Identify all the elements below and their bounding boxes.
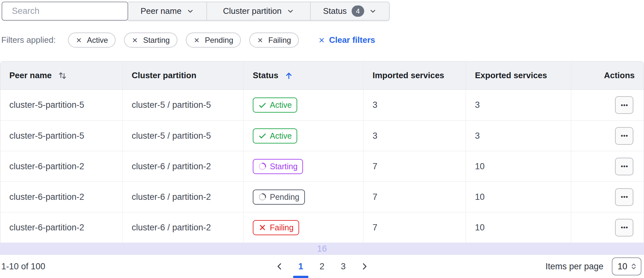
status-badge: Pending: [253, 190, 305, 205]
items-per-page: Items per page 10: [545, 257, 641, 275]
check-icon: [258, 101, 267, 109]
chip-label: Failing: [268, 36, 291, 45]
table-row: cluster-6-partition-2 cluster-6 / partit…: [0, 151, 644, 181]
chevron-left-icon: [275, 262, 284, 271]
next-page-button[interactable]: [355, 259, 374, 274]
table-row: cluster-6-partition-2 cluster-6 / partit…: [0, 181, 644, 212]
remove-filter-icon[interactable]: [76, 37, 82, 43]
cell-imported-services: 7: [363, 151, 466, 181]
filter-chip-starting[interactable]: Starting: [124, 32, 177, 48]
table-row: cluster-5-partition-5 cluster-5 / partit…: [0, 120, 644, 151]
status-dropdown[interactable]: Status 4: [310, 2, 389, 20]
row-actions-button[interactable]: [615, 158, 633, 175]
cell-cluster-partition: cluster-5 / partition-5: [122, 90, 243, 120]
cell-imported-services: 3: [363, 121, 466, 151]
cell-exported-services: 10: [466, 212, 571, 243]
peers-table: Peer name Cluster partition Status Impor…: [0, 61, 644, 243]
ellipsis-icon: [620, 101, 629, 110]
row-actions-button[interactable]: [615, 219, 633, 236]
spinner-icon: [258, 193, 267, 201]
page-button-2[interactable]: 2: [313, 259, 331, 274]
items-per-page-select[interactable]: 10: [612, 257, 641, 275]
ellipsis-icon: [620, 192, 629, 201]
row-actions-button[interactable]: [615, 127, 633, 145]
table-header-row: Peer name Cluster partition Status Impor…: [0, 61, 644, 90]
cell-cluster-partition: cluster-6 / partition-2: [122, 212, 243, 243]
ellipsis-icon: [620, 162, 629, 171]
cell-exported-services: 3: [466, 90, 571, 120]
column-label: Imported services: [373, 70, 444, 80]
cluster-partition-dropdown[interactable]: Cluster partition: [206, 2, 310, 20]
filter-chip-failing[interactable]: Failing: [249, 32, 299, 48]
cell-peer-name: cluster-6-partition-2: [0, 151, 122, 181]
chevron-down-icon: [287, 7, 294, 15]
cell-cluster-partition: cluster-6 / partition-2: [122, 151, 243, 181]
cell-actions: [571, 212, 644, 243]
row-actions-button[interactable]: [615, 188, 633, 206]
x-icon: [258, 223, 267, 232]
page-button-3[interactable]: 3: [334, 259, 352, 274]
cell-status: Pending: [243, 182, 363, 212]
chevron-down-icon: [369, 7, 377, 15]
cell-peer-name: cluster-5-partition-5: [0, 90, 122, 120]
chip-label: Starting: [143, 36, 170, 45]
page-button-1[interactable]: 1: [292, 259, 310, 274]
filter-chip-pending[interactable]: Pending: [186, 32, 241, 48]
remove-filter-icon[interactable]: [194, 37, 200, 43]
previous-page-button[interactable]: [270, 259, 289, 274]
clear-filters-label: Clear filters: [329, 35, 375, 45]
dropdown-label: Peer name: [140, 6, 181, 16]
cell-exported-services: 10: [466, 151, 571, 181]
cell-actions: [571, 121, 644, 151]
column-label: Status: [253, 70, 278, 80]
spinner-icon: [258, 162, 267, 171]
status-label: Active: [270, 100, 292, 110]
items-per-page-value: 10: [618, 262, 627, 272]
filter-dropdown-group: Peer name Cluster partition Status 4: [128, 2, 390, 21]
column-header-peer-name[interactable]: Peer name: [0, 61, 122, 89]
scroll-indicator-value: 16: [317, 244, 327, 254]
cell-status: Active: [243, 121, 363, 151]
ellipsis-icon: [620, 131, 629, 140]
cell-actions: [571, 182, 644, 212]
column-label: Exported services: [475, 70, 547, 80]
status-label: Pending: [270, 192, 299, 202]
search-input[interactable]: [12, 6, 126, 16]
chevron-down-icon: [186, 7, 194, 15]
table-row: cluster-5-partition-5 cluster-5 / partit…: [0, 90, 644, 120]
page-range-label: 1-10 of 100: [1, 262, 45, 272]
clear-filters-x-icon: [318, 37, 325, 44]
column-header-exported-services: Exported services: [466, 61, 571, 89]
clear-filters-button[interactable]: Clear filters: [318, 35, 375, 45]
cell-status: Active: [243, 90, 363, 120]
column-header-cluster-partition: Cluster partition: [122, 61, 243, 89]
cell-exported-services: 10: [466, 182, 571, 212]
status-label: Active: [270, 131, 292, 141]
cell-imported-services: 7: [363, 212, 466, 243]
pager: 1 2 3: [270, 255, 374, 278]
filters-applied-label: Filters applied:: [1, 35, 56, 45]
cell-actions: [571, 90, 644, 120]
table-row: cluster-6-partition-2 cluster-6 / partit…: [0, 212, 644, 243]
column-header-status[interactable]: Status: [243, 61, 363, 89]
status-label: Failing: [270, 223, 294, 232]
status-badge: Active: [253, 97, 297, 113]
remove-filter-icon[interactable]: [257, 37, 263, 43]
row-actions-button[interactable]: [615, 96, 633, 114]
chip-label: Active: [87, 36, 108, 45]
sort-ascending-icon[interactable]: [284, 71, 294, 80]
chevron-right-icon: [360, 262, 369, 271]
peer-name-dropdown[interactable]: Peer name: [128, 2, 206, 20]
chip-label: Pending: [205, 36, 233, 45]
cell-peer-name: cluster-5-partition-5: [0, 121, 122, 151]
column-label: Peer name: [9, 70, 52, 80]
sort-both-icon[interactable]: [58, 71, 67, 80]
items-per-page-label: Items per page: [545, 262, 603, 272]
column-header-actions: Actions: [571, 61, 644, 89]
cell-imported-services: 3: [363, 90, 466, 120]
filter-chip-active[interactable]: Active: [68, 32, 116, 48]
cell-exported-services: 3: [466, 121, 571, 151]
search-box[interactable]: [2, 2, 128, 21]
cell-imported-services: 7: [363, 182, 466, 212]
remove-filter-icon[interactable]: [132, 37, 138, 43]
